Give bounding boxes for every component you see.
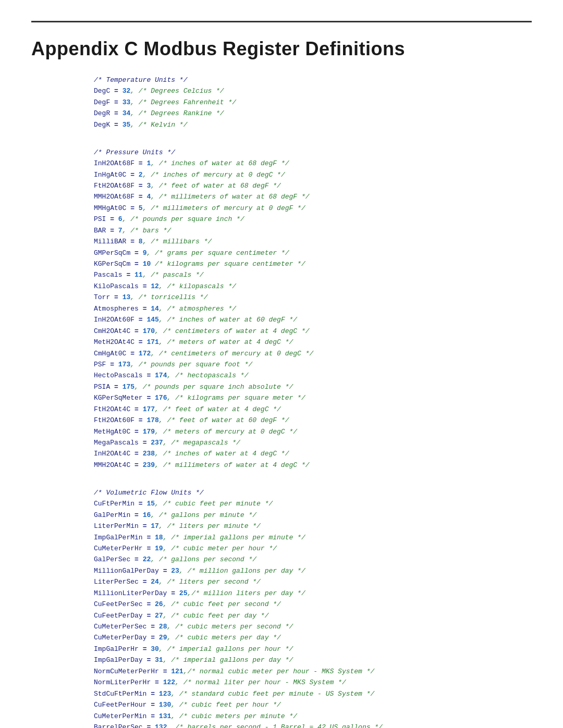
pres-line-26: MegaPascals = 237, /* megapascals */	[94, 437, 532, 448]
vol-line-5: CuMeterPerHr = 19, /* cubic meter per ho…	[94, 543, 532, 554]
pres-line-1: InH2OAt68F = 1, /* inches of water at 68…	[94, 158, 532, 169]
vol-line-6: GalPerSec = 22, /* gallons per second */	[94, 554, 532, 565]
vol-line-16: NormCuMeterPerHr = 121,/* normal cubic m…	[94, 666, 532, 677]
pres-line-15: InH2OAt60F = 145, /* inches of water at …	[94, 314, 532, 325]
pressure-comment: /* Pressure Units */	[94, 147, 532, 158]
vol-line-12: CuMeterPerSec = 28, /* cubic meters per …	[94, 621, 532, 632]
temp-line-3: DegR = 34, /* Degrees Rankine */	[94, 108, 532, 119]
pres-line-25: MetHgAt0C = 179, /* meters of mercury at…	[94, 426, 532, 437]
code-block: /* Temperature Units */ DegC = 32, /* De…	[94, 75, 532, 728]
vol-line-15: ImpGalPerDay = 31, /* imperial gallons p…	[94, 655, 532, 665]
vol-line-14: ImpGalPerHr = 30, /* imperial gallons pe…	[94, 644, 532, 655]
vol-line-17: NormLiterPerHr = 122, /* normal liter pe…	[94, 677, 532, 688]
pres-line-14: Atmospheres = 14, /* atmospheres */	[94, 303, 532, 314]
vol-line-13: CuMeterPerDay = 29, /* cubic meters per …	[94, 632, 532, 643]
volumetric-comment: /* Volumetric Flow Units */	[94, 487, 532, 498]
pres-line-12: KiloPascals = 12, /* kilopascals */	[94, 281, 532, 292]
vol-line-19: CuFeetPerHour = 130, /* cubic feet per h…	[94, 699, 532, 710]
vol-line-9: MillionLiterPerDay = 25,/* million liter…	[94, 588, 532, 599]
pres-line-8: MilliBAR = 8, /* millibars */	[94, 236, 532, 247]
vol-line-20: CuMeterPerMin = 131, /* cubic meters per…	[94, 711, 532, 722]
vol-line-4: ImpGalPerMin = 18, /* imperial gallons p…	[94, 532, 532, 543]
vol-line-10: CuFeetPerSec = 26, /* cubic feet per sec…	[94, 599, 532, 610]
gap1	[94, 135, 532, 146]
top-border	[31, 21, 532, 22]
page-container: Appendix C Modbus Register Definitions /…	[0, 0, 563, 728]
vol-line-2: GalPerMin = 16, /* gallons per minute */	[94, 510, 532, 521]
pres-line-23: FtH2OAt4C = 177, /* feet of water at 4 d…	[94, 404, 532, 415]
pres-line-9: GMPerSqCm = 9, /* grams per square centi…	[94, 248, 532, 258]
vol-line-7: MillionGalPerDay = 23, /* million gallon…	[94, 565, 532, 576]
pres-line-13: Torr = 13, /* torricellis */	[94, 292, 532, 303]
pres-line-18: CmHgAt0C = 172, /* centimeters of mercur…	[94, 348, 532, 359]
temp-line-4: DegK = 35, /* Kelvin */	[94, 119, 532, 130]
pres-line-3: FtH2OAt68F = 3, /* feet of water at 68 d…	[94, 180, 532, 191]
page-title: Appendix C Modbus Register Definitions	[31, 38, 532, 60]
pres-line-17: MetH2OAt4C = 171, /* meters of water at …	[94, 337, 532, 348]
pres-line-19: PSF = 173, /* pounds per square foot */	[94, 359, 532, 370]
pres-line-21: PSIA = 175, /* pounds per square inch ab…	[94, 381, 532, 392]
vol-line-18: StdCuFtPerMin = 123, /* standard cubic f…	[94, 688, 532, 699]
pres-line-2: InHgAt0C = 2, /* inches of mercury at 0 …	[94, 169, 532, 180]
pres-line-28: MMH2OAt4C = 239, /* millimeters of water…	[94, 460, 532, 471]
pres-line-5: MMHgAt0C = 5, /* millimeters of mercury …	[94, 203, 532, 214]
temp-line-1: DegC = 32, /* Degrees Celcius */	[94, 85, 532, 96]
pres-line-11: Pascals = 11, /* pascals */	[94, 269, 532, 280]
pres-line-6: PSI = 6, /* pounds per square inch */	[94, 214, 532, 225]
temperature-comment: /* Temperature Units */	[94, 75, 532, 85]
vol-line-1: CuFtPerMin = 15, /* cubic feet per minut…	[94, 498, 532, 509]
pres-line-7: BAR = 7, /* bars */	[94, 225, 532, 236]
vol-line-8: LiterPerSec = 24, /* liters per second *…	[94, 576, 532, 587]
temp-line-2: DegF = 33, /* Degrees Fahrenheit */	[94, 97, 532, 108]
pres-line-22: KGPerSqMeter = 176, /* kilograms per squ…	[94, 392, 532, 403]
pres-line-24: FtH2OAt60F = 178, /* feet of water at 60…	[94, 415, 532, 426]
pres-line-20: HectoPascals = 174, /* hectopascals */	[94, 370, 532, 381]
vol-line-3: LiterPerMin = 17, /* liters per minute *…	[94, 521, 532, 532]
pres-line-16: CmH2OAt4C = 170, /* centimeters of water…	[94, 326, 532, 337]
vol-line-21: BarrelPerSec = 132, /* barrels per secon…	[94, 722, 532, 728]
vol-line-11: CuFeetPerDay = 27, /* cubic feet per day…	[94, 610, 532, 621]
pres-line-4: MMH2OAt68F = 4, /* millimeters of water …	[94, 191, 532, 202]
pres-line-10: KGPerSqCm = 10 /* kilograms per square c…	[94, 258, 532, 269]
pres-line-27: InH2OAt4C = 238, /* inches of water at 4…	[94, 448, 532, 459]
gap2	[94, 476, 532, 487]
